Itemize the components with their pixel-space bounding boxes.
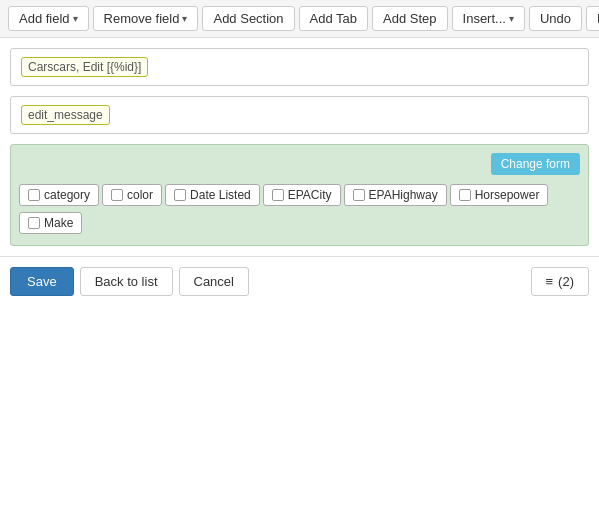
field-checkbox-icon — [174, 189, 186, 201]
field-name-label: EPACity — [288, 188, 332, 202]
list-item[interactable]: Make — [19, 212, 82, 234]
add-step-label: Add Step — [383, 11, 437, 26]
field-name-label: color — [127, 188, 153, 202]
field-checkbox-icon — [111, 189, 123, 201]
cancel-button[interactable]: Cancel — [179, 267, 249, 296]
list-count-button[interactable]: ≡ (2) — [531, 267, 589, 296]
insert-button[interactable]: Insert... ▾ — [452, 6, 525, 31]
main-content: Carscars, Edit [{%id}] edit_message Chan… — [0, 38, 599, 246]
undo-label: Undo — [540, 11, 571, 26]
add-tab-label: Add Tab — [310, 11, 357, 26]
redo-button[interactable]: Redo — [586, 6, 599, 31]
field-name-label: Make — [44, 216, 73, 230]
list-item[interactable]: EPACity — [263, 184, 341, 206]
field-checkbox-icon — [353, 189, 365, 201]
title-field-container[interactable]: Carscars, Edit [{%id}] — [10, 48, 589, 86]
edit-message-field-container[interactable]: edit_message — [10, 96, 589, 134]
add-section-label: Add Section — [213, 11, 283, 26]
undo-button[interactable]: Undo — [529, 6, 582, 31]
change-form-button[interactable]: Change form — [491, 153, 580, 175]
toolbar: Add field ▾ Remove field ▾ Add Section A… — [0, 0, 599, 38]
list-count: (2) — [558, 274, 574, 289]
list-item[interactable]: color — [102, 184, 162, 206]
field-name-label: Date Listed — [190, 188, 251, 202]
add-field-label: Add field — [19, 11, 70, 26]
field-checkbox-icon — [28, 189, 40, 201]
add-step-button[interactable]: Add Step — [372, 6, 448, 31]
insert-label: Insert... — [463, 11, 506, 26]
add-field-caret-icon: ▾ — [73, 13, 78, 24]
field-name-label: category — [44, 188, 90, 202]
add-field-button[interactable]: Add field ▾ — [8, 6, 89, 31]
add-tab-button[interactable]: Add Tab — [299, 6, 368, 31]
field-checkbox-icon — [28, 217, 40, 229]
footer-left: Save Back to list Cancel — [10, 267, 249, 296]
field-name-label: Horsepower — [475, 188, 540, 202]
title-tag: Carscars, Edit [{%id}] — [21, 57, 148, 77]
fields-area: categorycolorDate ListedEPACityEPAHighwa… — [19, 181, 580, 237]
remove-field-caret-icon: ▾ — [182, 13, 187, 24]
list-item[interactable]: Date Listed — [165, 184, 260, 206]
section-panel: Change form categorycolorDate ListedEPAC… — [10, 144, 589, 246]
insert-caret-icon: ▾ — [509, 13, 514, 24]
list-item[interactable]: category — [19, 184, 99, 206]
remove-field-label: Remove field — [104, 11, 180, 26]
add-section-button[interactable]: Add Section — [202, 6, 294, 31]
edit-message-tag: edit_message — [21, 105, 110, 125]
field-checkbox-icon — [459, 189, 471, 201]
list-icon: ≡ — [546, 274, 554, 289]
field-checkbox-icon — [272, 189, 284, 201]
footer: Save Back to list Cancel ≡ (2) — [0, 256, 599, 306]
remove-field-button[interactable]: Remove field ▾ — [93, 6, 199, 31]
field-name-label: EPAHighway — [369, 188, 438, 202]
list-item[interactable]: Horsepower — [450, 184, 549, 206]
save-button[interactable]: Save — [10, 267, 74, 296]
back-to-list-button[interactable]: Back to list — [80, 267, 173, 296]
list-item[interactable]: EPAHighway — [344, 184, 447, 206]
